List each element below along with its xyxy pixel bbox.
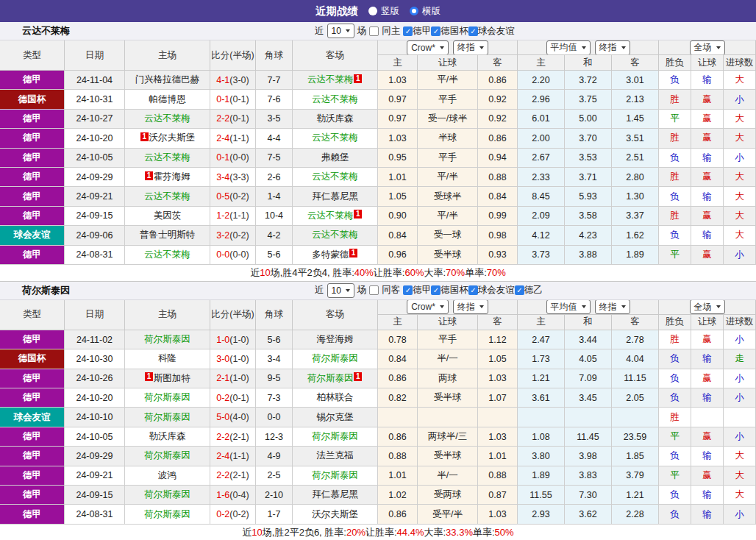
score-halftime: (2-1)	[229, 470, 249, 480]
result-wdl: 平	[659, 246, 691, 265]
away-team-name: 法兰克福	[317, 450, 354, 462]
table-row: 德甲24-09-21波鸿2-2(2-1)2-5荷尔斯泰因1.01半/一0.881…	[0, 466, 756, 486]
corner-count: 1-4	[256, 187, 293, 206]
home-team: 荷尔斯泰因	[125, 408, 210, 427]
table-row: 德国杯24-10-30科隆3-0(1-0)3-4荷尔斯泰因0.84半/一1.05…	[0, 349, 756, 369]
summary-line: 近10场,胜4平2负4, 胜率:40% 让胜率:60% 大率:70% 单率:70…	[0, 265, 756, 282]
handicap-line: 半/一	[418, 349, 478, 369]
table-row: 德甲24-09-15美因茨1-2(1-1)10-4云达不莱梅10.90平/半0.…	[0, 207, 756, 226]
odds-home: 1.01	[378, 466, 418, 486]
radio-horizontal-icon[interactable]	[410, 7, 418, 15]
score-fulltime: 4-1	[216, 75, 229, 85]
away-team: 荷尔斯泰因1	[293, 369, 378, 388]
league-checkbox[interactable]: ✓	[515, 285, 524, 295]
avg-time-select[interactable]: 终指	[595, 300, 630, 315]
score-fulltime: 0-1	[216, 152, 229, 163]
same-venue-checkbox[interactable]	[369, 285, 379, 295]
score-halftime: (0-4)	[229, 490, 249, 500]
score-fulltime: 2-2	[216, 113, 229, 124]
chevron-down-icon	[346, 289, 350, 292]
filter-bar: 近 10 场 同客 ✓德甲✓德国杯✓球会友谊✓德乙	[315, 282, 543, 299]
subcol-result-wdl: 胜负	[659, 55, 691, 70]
league-checkbox[interactable]: ✓	[431, 26, 441, 36]
away-team-name: 荷尔斯泰因	[307, 372, 354, 385]
odds-home: 0.84	[378, 226, 418, 245]
result-goals: 小	[724, 369, 756, 388]
same-venue-checkbox[interactable]	[369, 26, 379, 36]
avg-draw	[565, 408, 612, 427]
odds-source-select[interactable]: Crow*	[407, 40, 449, 55]
league-checkbox[interactable]: ✓	[403, 285, 413, 295]
corner-count: 4-9	[256, 447, 293, 466]
corner-count: 9-5	[256, 369, 293, 388]
results-table: 类型 日期 主场 比分(半场) 角球 客场 Crow* 终指 平均值 终指 全场…	[0, 300, 756, 540]
handicap-line: 两球半/三	[418, 427, 478, 447]
subcol-result-handicap: 让球	[691, 55, 724, 70]
avg-home	[518, 408, 565, 427]
radio-vertical-icon[interactable]	[368, 7, 377, 15]
odds-time-select[interactable]: 终指	[453, 40, 488, 55]
home-team-name: 帕德博恩	[149, 93, 186, 106]
odds-away: 1.01	[478, 447, 518, 466]
table-row: 球会友谊24-09-06普鲁士明斯特3-2(0-2)4-2云达不莱梅0.84受一…	[0, 226, 756, 245]
score: 0-2(0-1)	[210, 388, 256, 408]
corner-count: 5-6	[256, 330, 293, 349]
scope-select[interactable]: 全场	[690, 300, 725, 315]
handicap-line: 平/半	[418, 168, 478, 187]
away-team-name: 海登海姆	[317, 333, 354, 346]
score-fulltime: 5-0	[216, 412, 229, 422]
scope-select[interactable]: 全场	[690, 40, 725, 55]
score: 0-5(0-2)	[210, 187, 256, 206]
home-team-name: 云达不莱梅	[144, 249, 190, 261]
avg-time-select[interactable]: 终指	[595, 40, 630, 55]
radio-vertical-layout[interactable]: 竖版	[368, 5, 399, 18]
league-label: 德甲	[413, 284, 431, 296]
league-checkbox[interactable]: ✓	[403, 26, 413, 36]
away-team: 沃尔夫斯堡	[293, 505, 378, 524]
odds-time-value: 终指	[457, 41, 475, 54]
odds-home: 0.97	[378, 90, 418, 109]
odds-away: 0.84	[478, 187, 518, 206]
league-label: 德国杯	[441, 284, 468, 296]
away-team: 云达不莱梅	[293, 90, 378, 109]
score-halftime: (1-1)	[229, 210, 249, 221]
league-checkbox[interactable]: ✓	[431, 285, 441, 295]
home-team: 1霍芬海姆	[125, 168, 210, 187]
avg-select[interactable]: 平均值	[546, 300, 591, 315]
result-wdl: 负	[659, 369, 691, 388]
handicap-line: 半球	[418, 129, 478, 148]
league-checkbox[interactable]: ✓	[468, 285, 478, 295]
away-team-name: 云达不莱梅	[312, 93, 358, 106]
corner-count: 7-3	[256, 388, 293, 408]
home-team-name: 荷尔斯泰因	[144, 411, 190, 424]
corner-count: 10-4	[256, 207, 293, 226]
odds-group-header: Crow* 终指	[378, 300, 518, 315]
match-count-select[interactable]: 10	[327, 24, 354, 38]
score-halftime: (0-1)	[229, 393, 249, 403]
score: 0-0(0-0)	[210, 246, 256, 265]
odds-home: 0.90	[378, 207, 418, 226]
score-fulltime: 0-2	[216, 509, 229, 519]
section-header: 荷尔斯泰因 近 10 场 同客 ✓德甲✓德国杯✓球会友谊✓德乙	[0, 282, 756, 300]
avg-select[interactable]: 平均值	[546, 40, 591, 55]
odds-source-select[interactable]: Crow*	[407, 300, 449, 315]
subcol-avg-away: 客	[612, 55, 659, 70]
subcol-odds-away: 客	[478, 55, 518, 70]
league-checkbox[interactable]: ✓	[468, 26, 478, 36]
type-badge: 德甲	[0, 369, 65, 388]
home-team-name: 荷尔斯泰因	[144, 450, 190, 462]
odds-time-select[interactable]: 终指	[453, 300, 488, 315]
score: 3-0(1-0)	[210, 349, 256, 369]
score-halftime: (3-3)	[229, 172, 249, 182]
avg-draw: 3.53	[565, 149, 612, 168]
radio-horizontal-layout[interactable]: 横版	[410, 5, 441, 18]
avg-draw: 3.45	[565, 388, 612, 408]
red-card-badge: 1	[354, 372, 362, 381]
corner-count: 2-6	[256, 168, 293, 187]
score-halftime: (0-1)	[229, 94, 249, 104]
score: 0-1(0-1)	[210, 90, 256, 109]
result-goals: 小	[724, 149, 756, 168]
avg-draw: 5.00	[565, 110, 612, 129]
odds-source-value: Crow*	[411, 302, 435, 312]
match-count-select[interactable]: 10	[327, 283, 354, 298]
